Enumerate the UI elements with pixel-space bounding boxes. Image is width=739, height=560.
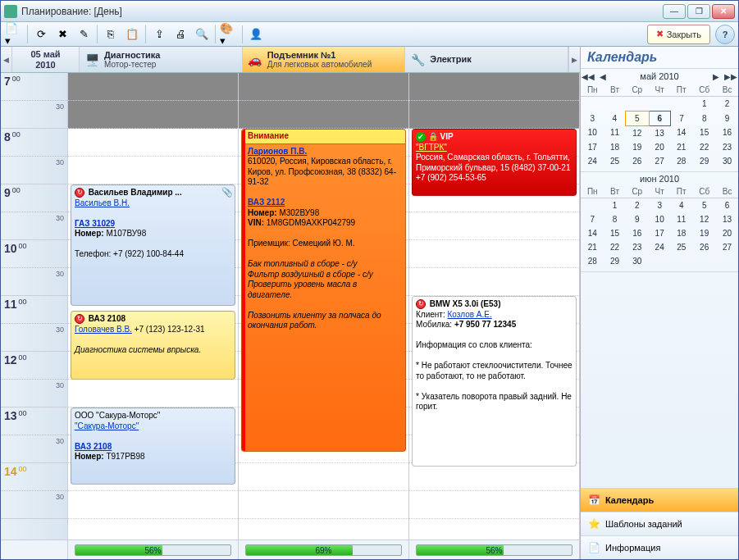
car-lift-icon: 🚗 bbox=[246, 51, 264, 69]
appointment-bmw[interactable]: ↻ BMW X5 3.0i (E53) Клиент: Козлов А.Е. … bbox=[412, 296, 577, 467]
resource-header-lift[interactable]: 🚗 Подъемник №1Для легковых автомобилей bbox=[243, 47, 406, 72]
close-label: Закрыть bbox=[667, 30, 701, 39]
preview-button[interactable]: 🔍 bbox=[192, 25, 212, 44]
sidebar-item-info[interactable]: 📄 Информация bbox=[581, 535, 738, 559]
cal-next-year[interactable]: ▶▶ bbox=[725, 71, 737, 82]
cal-month-label: июн 2010 bbox=[582, 174, 737, 184]
calendar-jun: июн 2010 ПнВтСрЧтПтСбВс12345678910111213… bbox=[581, 172, 738, 272]
calendar-may: ◀◀ ◀ май 2010 ▶ ▶▶ ПнВтСрЧтПтСбВс1234567… bbox=[581, 69, 738, 172]
template-icon: ⭐ bbox=[587, 517, 600, 530]
column-diagnostics[interactable]: 📎 ↻ Васильев Владимир ... Васильев В.Н. … bbox=[68, 73, 239, 540]
date-header[interactable]: 05 май2010 bbox=[12, 47, 80, 72]
delete-button[interactable]: ✖ bbox=[52, 25, 72, 44]
cal-month-label: май 2010 bbox=[612, 71, 707, 81]
close-button[interactable]: ✖ Закрыть bbox=[647, 25, 710, 44]
help-button[interactable]: ? bbox=[715, 25, 735, 44]
appointment-larionov[interactable]: Внимание Ларионов П.В. 610020, Россия, К… bbox=[241, 129, 406, 452]
refresh-button[interactable]: ⟳ bbox=[31, 25, 51, 44]
prev-date-button[interactable]: ◀ bbox=[1, 47, 12, 72]
edit-button[interactable]: ✎ bbox=[74, 25, 94, 44]
export-button[interactable]: ⇪ bbox=[149, 25, 169, 44]
wrench-icon: 🔧 bbox=[408, 51, 427, 69]
cal-next-month[interactable]: ▶ bbox=[710, 71, 722, 82]
cal-prev-month[interactable]: ◀ bbox=[597, 71, 609, 82]
cal-prev-year[interactable]: ◀◀ bbox=[582, 71, 594, 82]
resource-header-diagnostics[interactable]: 🖥️ ДиагностикаМотор-тестер bbox=[80, 47, 243, 72]
app-icon bbox=[4, 5, 17, 18]
info-icon: 📄 bbox=[587, 541, 600, 554]
appointment-vasilev[interactable]: 📎 ↻ Васильев Владимир ... Васильев В.Н. … bbox=[71, 184, 235, 306]
calendar-icon: 📅 bbox=[587, 494, 600, 507]
sidebar-title: Календарь bbox=[581, 47, 738, 69]
toolbar: 📄▾ ⟳ ✖ ✎ ⎘ 📋 ⇪ 🖨 🔍 🎨▾ 👤 ✖ Закрыть ? bbox=[1, 22, 738, 47]
copy-button[interactable]: ⎘ bbox=[101, 25, 121, 44]
sidebar: Календарь ◀◀ ◀ май 2010 ▶ ▶▶ ПнВтСрЧтПтС… bbox=[581, 47, 738, 559]
status-icon: ↻ bbox=[75, 314, 84, 324]
load-footer: 56% 69% 56% bbox=[1, 540, 580, 559]
scheduler-header: ◀ 05 май2010 🖥️ ДиагностикаМотор-тестер … bbox=[1, 47, 580, 73]
window-close-button[interactable]: ✕ bbox=[712, 4, 735, 19]
load-bar-diagnostics: 56% bbox=[75, 544, 231, 556]
column-electric[interactable]: ✔ 🔒 VIP "ВГТРК" Россия, Самарская област… bbox=[409, 73, 580, 540]
close-icon: ✖ bbox=[656, 29, 664, 39]
appointment-vaz2108[interactable]: ↻ ВАЗ 2108 Головачев В.В. +7 (123) 123-1… bbox=[71, 311, 235, 380]
paste-button[interactable]: 📋 bbox=[122, 25, 142, 44]
color-dropdown[interactable]: 🎨▾ bbox=[219, 25, 239, 44]
appointment-vip[interactable]: ✔ 🔒 VIP "ВГТРК" Россия, Самарская област… bbox=[412, 129, 577, 196]
column-lift[interactable]: Внимание Ларионов П.В. 610020, Россия, К… bbox=[239, 73, 409, 540]
minimize-button[interactable]: — bbox=[663, 4, 686, 19]
sidebar-item-templates[interactable]: ⭐ Шаблоны заданий bbox=[581, 512, 738, 535]
lock-icon: 🔒 bbox=[428, 132, 438, 141]
status-icon: ↻ bbox=[75, 188, 84, 198]
check-icon: ✔ bbox=[416, 132, 426, 142]
print-button[interactable]: 🖨 bbox=[171, 25, 190, 44]
calendar-grid-may[interactable]: ПнВтСрЧтПтСбВс12345678910111213141516171… bbox=[581, 84, 738, 168]
appointment-sakura[interactable]: ООО "Сакура-Моторс" "Сакура-Моторс" ВАЗ … bbox=[71, 407, 235, 485]
app-window: Планирование: [День] — ❐ ✕ 📄▾ ⟳ ✖ ✎ ⎘ 📋 … bbox=[0, 0, 739, 560]
monitor-icon: 🖥️ bbox=[83, 51, 101, 69]
resource-header-electric[interactable]: 🔧 Электрик bbox=[405, 47, 568, 72]
view-dropdown[interactable]: 📄▾ bbox=[4, 25, 24, 44]
load-bar-lift: 69% bbox=[245, 544, 402, 556]
status-icon: ↻ bbox=[416, 299, 426, 309]
next-date-button[interactable]: ▶ bbox=[568, 47, 580, 72]
window-title: Планирование: [День] bbox=[21, 6, 663, 17]
scheduler: ◀ 05 май2010 🖥️ ДиагностикаМотор-тестер … bbox=[1, 47, 581, 559]
load-bar-electric: 56% bbox=[416, 544, 572, 556]
sidebar-item-calendar[interactable]: 📅 Календарь bbox=[581, 488, 738, 512]
attachment-icon: 📎 bbox=[221, 187, 233, 198]
titlebar: Планирование: [День] — ❐ ✕ bbox=[1, 1, 738, 22]
calendar-grid-jun[interactable]: ПнВтСрЧтПтСбВс12345678910111213141516171… bbox=[581, 185, 738, 268]
time-ruler: 70030 80030 90030 100030 110030 120030 1… bbox=[1, 73, 68, 540]
maximize-button[interactable]: ❐ bbox=[687, 4, 710, 19]
user-button[interactable]: 👤 bbox=[246, 25, 266, 44]
